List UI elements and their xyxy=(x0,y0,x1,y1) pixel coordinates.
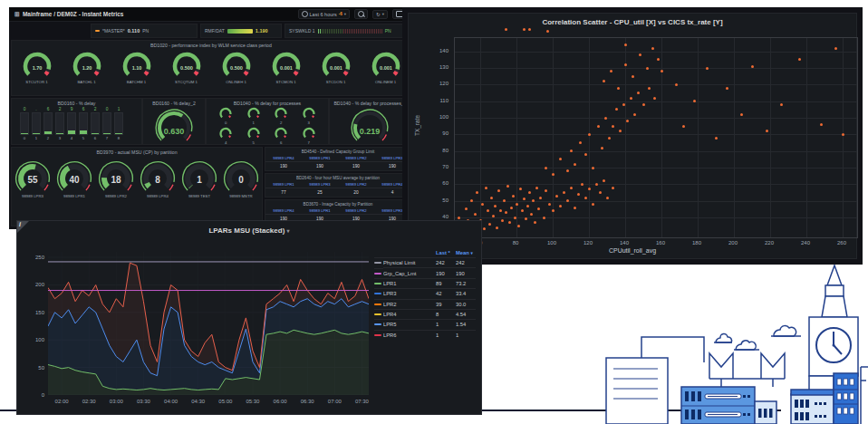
lpars-title[interactable]: LPARs MSU (Stacked) ▾ xyxy=(17,226,481,235)
status-tick xyxy=(378,29,379,34)
dashboard-breadcrumb[interactable]: ⊞ Mainframe / DEM0Z - Instant Metrics xyxy=(14,11,123,18)
status-tick xyxy=(380,29,381,34)
legend-series-name[interactable]: Physical Limit xyxy=(383,257,436,267)
lpars-x-tick-label: 07:00 xyxy=(322,399,347,404)
scatter-point xyxy=(510,207,513,209)
panel-bd0160-2-title[interactable]: BD0160 - % delay_2 xyxy=(143,99,205,106)
master-unit: PN xyxy=(142,28,149,34)
table-column-header[interactable]: 98989 LPR1 xyxy=(265,180,302,188)
lpars-y-tick-label: 250 xyxy=(21,255,44,260)
legend-mean-value: 1.54 xyxy=(456,319,476,329)
pi-gauge-arc: 0.001 xyxy=(265,50,307,79)
legend-series-swatch[interactable] xyxy=(374,334,381,336)
status-tick xyxy=(372,29,373,34)
scatter-point xyxy=(642,103,645,106)
panel-bd1020-title[interactable]: BD1020 - performance index by WLM servic… xyxy=(12,41,410,48)
scatter-point xyxy=(633,113,636,116)
proc-mini-gauge-arc xyxy=(244,126,264,140)
legend-series-name[interactable]: LPR4 xyxy=(383,309,436,319)
table-column-header[interactable]: 98989 LPR1 xyxy=(302,207,338,215)
legend-series-name[interactable]: LPR2 xyxy=(383,299,436,309)
pi-gauge-label: ONLINEH 1 xyxy=(226,80,246,84)
rmfdat-stat-panel[interactable]: RMF/DAT 1.190 xyxy=(200,24,282,38)
scatter-point xyxy=(584,153,587,156)
scatter-point xyxy=(726,87,728,90)
status-tick xyxy=(369,29,370,34)
legend-series-swatch[interactable] xyxy=(374,283,381,284)
table-column-header[interactable]: 98989 LPR4 xyxy=(265,207,302,215)
msu-gauge-label: 98989 LPR1 xyxy=(63,194,85,198)
table-column-header[interactable]: 98989 LPR3 xyxy=(302,180,338,188)
scatter-plot-area xyxy=(454,37,858,238)
table-column-header[interactable]: 98989 LPR2 xyxy=(338,154,374,162)
svg-text:1.10: 1.10 xyxy=(131,65,141,71)
scatter-gridline-h xyxy=(455,52,857,53)
legend-series-name[interactable]: Grp_Cap_Lmt xyxy=(383,267,436,277)
panel-bd1040-2-title[interactable]: BD1040 - % delay for processes_2 xyxy=(330,99,410,106)
scatter-x-tick-label: 80 xyxy=(505,240,526,246)
refresh-button[interactable]: ↻ ▾ xyxy=(372,10,388,19)
delay-bar-track xyxy=(102,112,111,135)
capacity-table-title[interactable]: BD3670 - Image Capacity by Partition xyxy=(265,200,410,207)
status-tick xyxy=(376,29,377,34)
status-tick xyxy=(362,29,362,34)
legend-series-swatch[interactable] xyxy=(374,313,381,315)
panel-bd0160-title[interactable]: BD0160 - % delay xyxy=(12,99,141,106)
magnifier-icon xyxy=(358,11,364,17)
scatter-x-tick-label: 200 xyxy=(722,240,744,246)
panel-bd1040-title[interactable]: BD1040 - % delay for processes xyxy=(207,99,328,106)
legend-series-swatch[interactable] xyxy=(374,273,381,275)
legend-series-swatch[interactable] xyxy=(374,293,381,294)
small-building xyxy=(755,401,776,424)
table-column-header[interactable]: 98989 LPR4 xyxy=(265,154,302,162)
table-column-header[interactable]: 98989 LPR2 xyxy=(338,207,374,215)
time-range-picker[interactable]: Last 6 hours -6 ▾ xyxy=(298,9,351,19)
master-stat-panel[interactable]: *MASTER* 0.110 PN xyxy=(91,24,198,38)
legend-header-mean[interactable]: Mean ▾ xyxy=(456,248,476,257)
factory-roof-right xyxy=(761,353,785,379)
svg-text:0.001: 0.001 xyxy=(330,65,342,71)
scatter-y-tick-label: 90 xyxy=(427,130,448,136)
legend-series-swatch[interactable] xyxy=(374,323,381,325)
legend-series-name[interactable]: LPR5 xyxy=(383,319,436,329)
svg-text:40: 40 xyxy=(69,175,80,185)
pi-gauge-arc: 1.10 xyxy=(116,50,158,79)
pi-gauge-label: BATCHM 1 xyxy=(127,80,146,84)
table-column-header[interactable]: 98989 LPR2 xyxy=(338,180,374,188)
legend-series-swatch[interactable] xyxy=(374,304,381,305)
svg-text:0.500: 0.500 xyxy=(180,65,193,71)
scatter-point xyxy=(579,141,582,144)
syswkld-stat-panel[interactable]: SYSWKLD 1 PN xyxy=(285,24,410,38)
delay-bar: .1 xyxy=(32,107,41,140)
scatter-gridline-h xyxy=(455,134,857,135)
status-tick xyxy=(363,29,364,34)
table-column-header[interactable]: 98989 LPR1 xyxy=(302,154,338,162)
legend-series-name[interactable]: LPR1 xyxy=(383,278,436,288)
capacity-table-title[interactable]: BD4540 - Defined Capacity Group Limit xyxy=(265,148,410,154)
zoom-out-button[interactable] xyxy=(354,9,368,19)
capacity-table-title[interactable]: BD2640 - four hour MSU average by partit… xyxy=(265,174,410,180)
proc-mini-gauges: 01234567 xyxy=(212,106,323,145)
scatter-point xyxy=(470,199,473,202)
tables-column: BD4540 - Defined Capacity Group Limit989… xyxy=(265,147,411,226)
panel-bd3970-title[interactable]: BD3970 - actual MSU (CP) by partition xyxy=(12,148,262,155)
scatter-point xyxy=(535,187,538,189)
delay-bar-fill xyxy=(44,131,52,134)
scatter-point xyxy=(474,213,477,216)
legend-last-value: 8 xyxy=(436,309,456,319)
scatter-x-tick-label: 120 xyxy=(577,240,599,246)
city-illustration xyxy=(544,258,868,424)
scatter-title[interactable]: Correlation Scatter - CPU_util [X] vs CI… xyxy=(409,18,856,26)
refresh-icon: ↻ xyxy=(376,12,381,17)
capacity-table: BD4540 - Defined Capacity Group Limit989… xyxy=(265,147,411,171)
scatter-point xyxy=(534,221,536,224)
legend-series-swatch[interactable] xyxy=(374,262,381,264)
legend-series-name[interactable]: LPR3 xyxy=(383,288,436,298)
lpars-y-tick-label: 200 xyxy=(21,282,44,287)
legend-header-last[interactable]: Last * xyxy=(436,248,456,257)
legend-last-value: 42 xyxy=(436,288,456,298)
scatter-point xyxy=(604,117,607,120)
status-tick xyxy=(356,29,357,34)
msu-gauge-arc: 40 xyxy=(54,160,94,193)
legend-series-name[interactable]: LPR6 xyxy=(383,330,436,340)
